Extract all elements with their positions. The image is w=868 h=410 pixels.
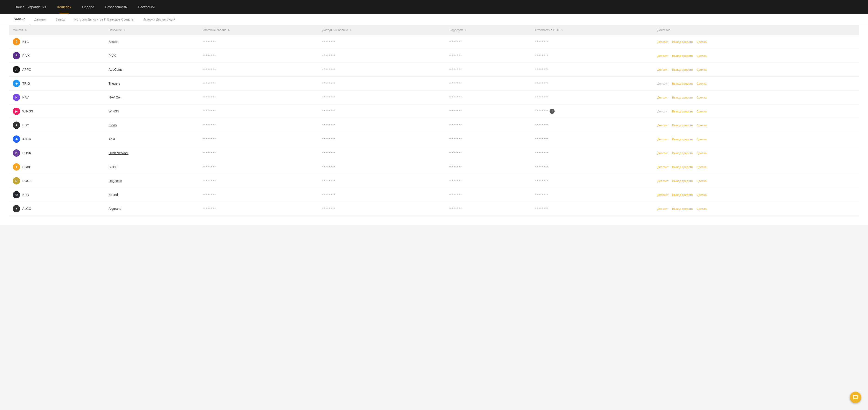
deposit-btn-ankr[interactable]: Депозит	[657, 138, 668, 141]
in-orders-nav: ********	[445, 90, 532, 105]
coin-ticker-appc: APPC	[22, 68, 31, 71]
action-cell-ankr: Депозит Вывод средств Сделка	[653, 132, 859, 146]
subnav-item-deposit[interactable]: Депозит	[30, 14, 51, 25]
deposit-btn-erd[interactable]: Депозит	[657, 193, 668, 197]
subnav-item-distributions[interactable]: История Дистрибуций	[138, 14, 180, 25]
action-cell-algo: Депозит Вывод средств Сделка	[653, 202, 859, 216]
trade-btn-doge[interactable]: Сделка	[696, 179, 707, 183]
deposit-btn-dusk[interactable]: Депозит	[657, 151, 668, 155]
nav-item-wallet[interactable]: Кошелек	[52, 0, 76, 13]
trade-btn-nav[interactable]: Сделка	[696, 96, 707, 99]
nav-item-security[interactable]: Безопасность	[100, 0, 132, 13]
withdraw-btn-nav[interactable]: Вывод средств	[672, 96, 693, 99]
trade-btn-bgbp[interactable]: Сделка	[696, 165, 707, 169]
col-total-balance[interactable]: Итоговый баланс ⇅	[199, 25, 319, 35]
action-cell-dusk: Депозит Вывод средств Сделка	[653, 146, 859, 160]
coin-name-link-doge[interactable]: Dogecoin	[108, 179, 122, 183]
coin-ticker-nav: NAV	[22, 95, 29, 99]
trade-btn-algo[interactable]: Сделка	[696, 207, 707, 210]
col-coin[interactable]: Монета ⇅	[9, 25, 105, 35]
withdraw-btn-ankr[interactable]: Вывод средств	[672, 138, 693, 141]
deposit-btn-bgbp[interactable]: Депозит	[657, 165, 668, 169]
trade-btn-wings[interactable]: Сделка	[696, 110, 707, 113]
subnav-item-balance[interactable]: Баланс	[9, 14, 30, 25]
in-orders-bgbp: ********	[445, 160, 532, 174]
coin-name-cell-appc[interactable]: AppCoins	[105, 63, 199, 77]
nav-item-dashboard[interactable]: Панель Управления	[9, 0, 52, 13]
trade-btn-erd[interactable]: Сделка	[696, 193, 707, 197]
withdraw-btn-pivx[interactable]: Вывод средств	[672, 54, 693, 57]
withdraw-btn-erd[interactable]: Вывод средств	[672, 193, 693, 197]
coin-name-link-trig[interactable]: Triggers	[108, 82, 120, 85]
deposit-btn-algo[interactable]: Депозит	[657, 207, 668, 210]
sort-available-icon: ⇅	[350, 29, 351, 31]
subnav-item-withdraw[interactable]: Вывод	[51, 14, 70, 25]
deposit-btn-nav[interactable]: Депозит	[657, 96, 668, 99]
trade-btn-edo[interactable]: Сделка	[696, 124, 707, 127]
col-btc-value[interactable]: Стоимость в BТС ▼	[532, 25, 653, 35]
action-cell-erd: Депозит Вывод средств Сделка	[653, 188, 859, 202]
coin-icon-bgbp: ✦	[13, 163, 20, 171]
withdraw-btn-wings[interactable]: Вывод средств	[672, 110, 693, 113]
coin-name-link-erd[interactable]: Elrond	[108, 193, 118, 197]
in-orders-trig: ********	[445, 77, 532, 90]
trade-btn-ankr[interactable]: Сделка	[696, 138, 707, 141]
coin-name-link-appc[interactable]: AppCoins	[108, 68, 122, 71]
coin-name-cell-algo[interactable]: Algorand	[105, 202, 199, 216]
available-balance-btc: ********	[318, 35, 445, 49]
withdraw-btn-bgbp[interactable]: Вывод средств	[672, 165, 693, 169]
coin-name-cell-erd[interactable]: Elrond	[105, 188, 199, 202]
deposit-btn-btc[interactable]: Депозит	[657, 40, 668, 43]
table-row: A APPC AppCoins*************************…	[9, 63, 859, 77]
coin-name-cell-doge[interactable]: Dogecoin	[105, 174, 199, 188]
withdraw-btn-btc[interactable]: Вывод средств	[672, 40, 693, 43]
table-row: Ð DOGE Dogecoin*************************…	[9, 174, 859, 188]
nav-item-settings[interactable]: Настройки	[132, 0, 160, 13]
withdraw-btn-trig[interactable]: Вывод средств	[672, 82, 693, 85]
coin-name-cell-trig[interactable]: Triggers	[105, 77, 199, 90]
coin-name-cell-edo[interactable]: Eidoo	[105, 118, 199, 132]
withdraw-btn-edo[interactable]: Вывод средств	[672, 124, 693, 127]
total-balance-dusk: ********	[199, 146, 319, 160]
coin-name-link-pivx[interactable]: PIVX	[108, 54, 116, 57]
col-name[interactable]: Название ⇅	[105, 25, 199, 35]
deposit-btn-edo[interactable]: Депозит	[657, 124, 668, 127]
trade-btn-dusk[interactable]: Сделка	[696, 151, 707, 155]
deposit-btn-pivx[interactable]: Депозит	[657, 54, 668, 57]
trade-btn-trig[interactable]: Сделка	[696, 82, 707, 85]
total-balance-bgbp: ********	[199, 160, 319, 174]
coin-name-link-nav[interactable]: NAV Coin	[108, 95, 122, 99]
coin-icon-trig: ⊕	[13, 80, 20, 87]
withdraw-btn-algo[interactable]: Вывод средств	[672, 207, 693, 210]
withdraw-btn-dusk[interactable]: Вывод средств	[672, 151, 693, 155]
coin-name-cell-pivx[interactable]: PIVX	[105, 49, 199, 63]
coin-name-cell-nav[interactable]: NAV Coin	[105, 90, 199, 105]
total-balance-ankr: ********	[199, 132, 319, 146]
coin-name-link-edo[interactable]: Eidoo	[108, 123, 117, 127]
coin-name-link-wings[interactable]: WINGS	[108, 110, 119, 113]
coin-name-link-btc[interactable]: Bitcoin	[108, 40, 118, 43]
col-available-balance[interactable]: Доступный баланс ⇅	[318, 25, 445, 35]
coin-name-link-dusk[interactable]: Dusk Network	[108, 151, 128, 155]
available-balance-trig: ********	[318, 77, 445, 90]
trade-btn-appc[interactable]: Сделка	[696, 68, 707, 71]
action-cell-doge: Депозит Вывод средств Сделка	[653, 174, 859, 188]
withdraw-btn-doge[interactable]: Вывод средств	[672, 179, 693, 183]
nav-item-orders[interactable]: Ордера	[76, 0, 100, 13]
available-balance-appc: ********	[318, 63, 445, 77]
coin-name-cell-dusk[interactable]: Dusk Network	[105, 146, 199, 160]
col-in-orders[interactable]: В ордерах ⇅	[445, 25, 532, 35]
trade-btn-pivx[interactable]: Сделка	[696, 54, 707, 57]
coin-ticker-ankr: ANKR	[22, 137, 31, 141]
deposit-btn-appc[interactable]: Депозит	[657, 68, 668, 71]
subnav-item-history[interactable]: История Депозитов И Выводов Средств	[70, 14, 138, 25]
coin-cell-btc: ₿ BTC	[9, 35, 105, 49]
coin-name-cell-wings[interactable]: WINGS	[105, 105, 199, 118]
action-cell-wings: Депозит Вывод средств Сделка	[653, 105, 859, 118]
trade-btn-btc[interactable]: Сделка	[696, 40, 707, 43]
deposit-btn-doge[interactable]: Депозит	[657, 179, 668, 183]
coin-name-link-algo[interactable]: Algorand	[108, 207, 121, 210]
coin-name-cell-btc[interactable]: Bitcoin	[105, 35, 199, 49]
withdraw-btn-appc[interactable]: Вывод средств	[672, 68, 693, 71]
deposit-btn-wings: Депозит	[657, 110, 668, 113]
